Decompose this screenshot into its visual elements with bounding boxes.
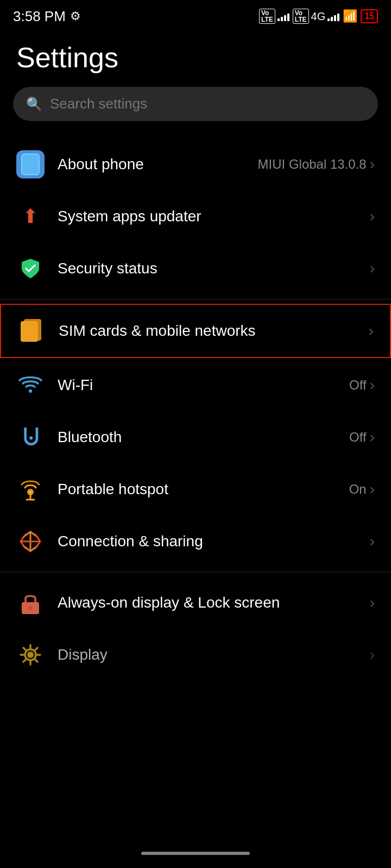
sim1-signal: VoLTE — [259, 9, 289, 24]
shield-svg — [19, 257, 42, 280]
battery-level: 15 — [364, 11, 374, 21]
search-icon: 🔍 — [26, 97, 42, 112]
bluetooth-right: Off › — [349, 429, 375, 446]
portable-hotspot-right: On › — [349, 481, 375, 498]
system-apps-chevron: › — [370, 208, 375, 225]
connection-svg — [18, 529, 43, 554]
sim-cards-chevron: › — [369, 322, 374, 340]
lock-icon-container — [16, 589, 45, 617]
volte1-badge: VoLTE — [259, 9, 275, 24]
wifi-title: Wi-Fi — [58, 376, 349, 394]
svg-point-17 — [27, 652, 34, 658]
security-status-right: › — [370, 260, 375, 277]
settings-item-bluetooth[interactable]: ⨃ Bluetooth Off › — [0, 411, 391, 463]
home-indicator — [141, 852, 250, 855]
display-icon-container — [16, 641, 45, 669]
connection-icon-container — [16, 527, 45, 556]
wifi-status: Off — [349, 378, 367, 393]
svg-point-7 — [28, 606, 33, 610]
settings-item-connection-sharing[interactable]: Connection & sharing › — [0, 515, 391, 567]
sim-stack-shape — [21, 319, 42, 343]
settings-item-wifi[interactable]: Wi-Fi Off › — [0, 359, 391, 411]
connection-sharing-right: › — [370, 533, 375, 550]
fade-overlay — [0, 792, 391, 835]
divider-1 — [0, 299, 391, 299]
settings-item-always-on-display[interactable]: Always-on display & Lock screen › — [0, 577, 391, 629]
search-bar[interactable]: 🔍 Search settings — [13, 87, 378, 121]
wifi-chevron: › — [370, 376, 375, 394]
wifi-content: Wi-Fi — [58, 376, 349, 394]
bluetooth-status: Off — [349, 430, 367, 445]
display-right: › — [370, 646, 375, 663]
always-on-display-content: Always-on display & Lock screen — [58, 593, 370, 612]
4g-badge: 4G — [311, 10, 326, 23]
sim-cards-content: SIM cards & mobile networks — [59, 322, 369, 340]
always-on-display-title: Always-on display & Lock screen — [58, 593, 370, 612]
settings-item-system-apps-updater[interactable]: ⬆ System apps updater › — [0, 190, 391, 242]
about-phone-content: About phone — [58, 156, 258, 173]
bottom-bar — [0, 843, 391, 868]
wifi-right: Off › — [349, 376, 375, 394]
battery-indicator: 15 — [361, 9, 378, 23]
hotspot-chevron: › — [370, 481, 375, 498]
status-right: VoLTE VoLTE 4G 📶 15 — [259, 9, 378, 24]
always-on-chevron: › — [370, 594, 375, 611]
sim-icon — [17, 317, 46, 345]
hotspot-svg — [18, 477, 43, 502]
connection-sharing-chevron: › — [370, 533, 375, 550]
search-placeholder: Search settings — [50, 95, 147, 112]
lock-svg — [18, 590, 42, 615]
status-left: 3:58 PM ⚙ — [13, 8, 81, 25]
sim-cards-right: › — [369, 322, 374, 340]
hotspot-icon-container — [16, 475, 45, 503]
connection-sharing-content: Connection & sharing — [58, 533, 370, 550]
svg-point-0 — [29, 390, 32, 393]
about-phone-chevron: › — [370, 156, 375, 173]
bluetooth-content: Bluetooth — [58, 429, 349, 446]
svg-line-13 — [23, 648, 26, 650]
always-on-display-right: › — [370, 594, 375, 611]
security-status-title: Security status — [58, 260, 370, 277]
svg-line-15 — [35, 648, 37, 650]
settings-item-display[interactable]: Display › — [0, 629, 391, 681]
volte2-badge: VoLTE — [293, 9, 309, 24]
system-apps-updater-title: System apps updater — [58, 208, 370, 225]
about-phone-right: MIUI Global 13.0.8 › — [258, 156, 375, 173]
update-icon: ⬆ — [16, 202, 45, 231]
security-status-chevron: › — [370, 260, 375, 277]
portable-hotspot-content: Portable hotspot — [58, 481, 349, 498]
sim-card-front — [21, 321, 38, 342]
phone-rect-shape — [21, 154, 40, 175]
svg-line-16 — [23, 660, 26, 662]
settings-item-sim-cards[interactable]: SIM cards & mobile networks › — [0, 304, 391, 358]
wifi-status-icon: 📶 — [343, 9, 357, 23]
shield-icon — [16, 254, 45, 283]
security-status-content: Security status — [58, 260, 370, 277]
display-chevron: › — [370, 646, 375, 663]
phone-icon — [16, 150, 45, 178]
settings-list: About phone MIUI Global 13.0.8 › ⬆ Syste… — [0, 138, 391, 681]
time-display: 3:58 PM — [13, 8, 66, 25]
about-phone-title: About phone — [58, 156, 258, 173]
settings-item-portable-hotspot[interactable]: Portable hotspot On › — [0, 463, 391, 515]
sim-cards-title: SIM cards & mobile networks — [59, 322, 369, 340]
display-svg — [18, 643, 42, 667]
settings-item-about-phone[interactable]: About phone MIUI Global 13.0.8 › — [0, 138, 391, 190]
system-apps-updater-right: › — [370, 208, 375, 225]
signal-bars-2 — [327, 11, 339, 21]
about-phone-subtitle: MIUI Global 13.0.8 — [258, 157, 367, 172]
portable-hotspot-title: Portable hotspot — [58, 481, 349, 498]
wifi-svg — [18, 374, 42, 396]
status-bar: 3:58 PM ⚙ VoLTE VoLTE 4G 📶 — [0, 0, 391, 30]
wifi-icon-container — [16, 371, 45, 399]
settings-item-security-status[interactable]: Security status › — [0, 242, 391, 295]
divider-2 — [0, 572, 391, 572]
system-apps-updater-content: System apps updater — [58, 208, 370, 225]
bluetooth-chevron: › — [370, 429, 375, 446]
display-title: Display — [58, 646, 370, 663]
svg-line-14 — [35, 660, 37, 662]
display-content: Display — [58, 646, 370, 663]
signal-bars-1 — [278, 11, 289, 21]
settings-gear-icon: ⚙ — [70, 9, 81, 23]
bluetooth-icon-container: ⨃ — [16, 423, 45, 451]
